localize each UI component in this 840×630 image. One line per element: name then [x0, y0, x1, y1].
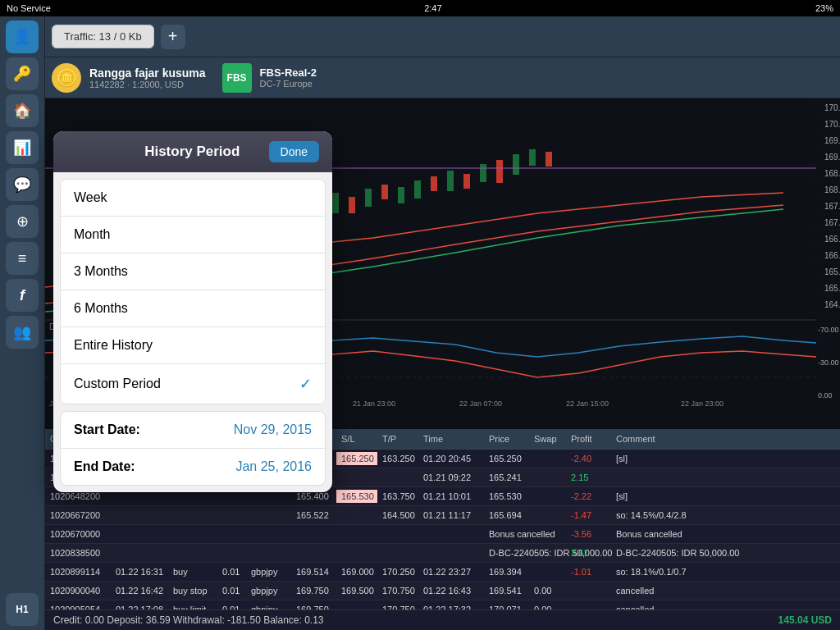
td-sl: 165.250: [336, 452, 377, 465]
traffic-button[interactable]: Traffic: 13 / 0 Kb: [52, 25, 154, 48]
td-vol: [217, 546, 246, 559]
td-price: [291, 546, 336, 559]
td-profit: -2.40: [566, 452, 611, 465]
td-closetime: [418, 546, 484, 559]
period-item-week[interactable]: Week: [61, 180, 325, 217]
broker-info: FBS-Real-2 DC-7 Europe: [260, 66, 317, 89]
td-vol: 0.01: [217, 565, 246, 578]
add-button[interactable]: +: [161, 25, 185, 49]
sidebar-icon-chart[interactable]: 📊: [6, 131, 39, 164]
svg-text:168.000: 168.000: [824, 185, 840, 194]
start-date-label: Start Date:: [74, 422, 140, 437]
td-closeprice: 170.071: [484, 603, 529, 609]
td-comment: cancelled: [611, 584, 840, 597]
td-price: 169.750: [291, 603, 336, 609]
td-order: 1020905054: [45, 603, 111, 609]
td-time2: [111, 546, 168, 559]
done-button[interactable]: Done: [269, 141, 319, 162]
balance-text: Credit: 0.00 Deposit: 36.59 Withdrawal: …: [53, 614, 324, 626]
sidebar-icon-fx[interactable]: f: [6, 279, 39, 312]
end-date-row[interactable]: End Date: Jan 25, 2016: [61, 449, 325, 485]
td-swap: 0.00: [529, 603, 566, 609]
sidebar-icon-plus-circle[interactable]: ⊕: [6, 205, 39, 238]
sidebar-icon-home[interactable]: 🏠: [6, 94, 39, 127]
sidebar-icon-people[interactable]: 👥: [6, 316, 39, 349]
account-info: Rangga fajar kusuma 1142282 · 1:2000, US…: [89, 66, 206, 89]
td-swap: [529, 452, 566, 465]
td-profit: -2.22: [566, 490, 611, 503]
td-vol: 0.01: [217, 603, 246, 609]
td-closetime: 01.22 16:43: [418, 584, 484, 597]
svg-text:22 Jan 23:00: 22 Jan 23:00: [681, 399, 724, 408]
period-item-6months[interactable]: 6 Months: [61, 290, 325, 327]
td-comment: [sl]: [611, 452, 840, 465]
td-closeprice: 169.541: [484, 584, 529, 597]
td-tp: 170.250: [377, 565, 418, 578]
td-order: 1020838500: [45, 546, 111, 559]
td-type: buy stop: [168, 584, 217, 597]
col-swap: Swap: [529, 432, 566, 445]
td-vol: [217, 527, 246, 541]
svg-text:170.000: 170.000: [824, 120, 840, 129]
sidebar-icon-key[interactable]: 🔑: [6, 57, 39, 90]
period-item-custom[interactable]: Custom Period ✓: [61, 364, 325, 404]
period-item-entire[interactable]: Entire History: [61, 327, 325, 364]
td-sl: 165.530: [336, 490, 377, 503]
td-closetime: 01.21 11:17: [418, 509, 484, 522]
account-detail: 1142282 · 1:2000, USD: [89, 80, 206, 89]
start-date-row[interactable]: Start Date: Nov 29, 2015: [61, 412, 325, 449]
svg-text:169.000: 169.000: [824, 153, 840, 162]
sidebar-icon-h1[interactable]: H1: [6, 593, 39, 626]
td-closetime: 01.20 20:45: [418, 452, 484, 465]
table-row: 1020670000 Bonus cancelled -3.56 Bonus c…: [45, 525, 840, 544]
period-label-3months: 3 Months: [74, 264, 128, 279]
col-comment: Comment: [611, 432, 840, 445]
period-item-3months[interactable]: 3 Months: [61, 253, 325, 290]
table-row: 1020905054 01.22 17:08 buy limit 0.01 gb…: [45, 600, 840, 609]
checkmark-icon: ✓: [299, 375, 312, 393]
period-label-6months: 6 Months: [74, 301, 128, 316]
svg-text:-70.00: -70.00: [818, 326, 839, 334]
td-type: [168, 546, 217, 559]
td-tp: 163.750: [377, 490, 418, 503]
svg-text:0.00: 0.00: [818, 391, 833, 399]
account-name: Rangga fajar kusuma: [89, 66, 206, 80]
td-closetime: 01.22 23:27: [418, 565, 484, 578]
period-label-custom: Custom Period: [74, 377, 161, 391]
end-date-label: End Date:: [74, 459, 135, 474]
broker-dc: DC-7 Europe: [260, 79, 317, 89]
td-tp: [377, 471, 418, 484]
svg-text:164.500: 164.500: [824, 300, 840, 309]
svg-rect-29: [447, 171, 454, 191]
td-sym: [246, 546, 291, 559]
history-period-dialog[interactable]: History Period Done Week Month 3 Months …: [53, 131, 332, 492]
sidebar-icon-person[interactable]: 👤: [6, 21, 39, 53]
sidebar: 👤 🔑 🏠 📊 💬 ⊕ ≡ f 👥 H1: [0, 16, 45, 630]
td-swap: [529, 471, 566, 484]
svg-text:22 Jan 07:00: 22 Jan 07:00: [459, 399, 502, 408]
td-time2: [111, 509, 168, 522]
td-swap: [529, 565, 566, 578]
svg-rect-34: [529, 149, 536, 166]
period-item-month[interactable]: Month: [61, 217, 325, 253]
svg-rect-30: [463, 174, 470, 189]
td-tp: [377, 546, 418, 559]
svg-text:167.000: 167.000: [824, 218, 840, 227]
broker-logo: FBS: [222, 63, 252, 93]
td-tp: 170.750: [377, 603, 418, 609]
svg-rect-33: [513, 154, 519, 175]
sidebar-icon-bars[interactable]: ≡: [6, 242, 39, 275]
svg-text:165.000: 165.000: [824, 284, 840, 293]
td-sym: gbpjpy: [246, 584, 291, 597]
td-profit: -3.56: [566, 527, 611, 541]
td-time2: [111, 527, 168, 541]
td-vol: [217, 509, 246, 522]
td-vol: 0.01: [217, 584, 246, 597]
svg-text:168.500: 168.500: [824, 169, 840, 178]
start-date-value: Nov 29, 2015: [234, 422, 312, 437]
svg-rect-35: [546, 152, 552, 167]
td-time2: 01.22 17:08: [111, 603, 168, 609]
svg-text:22 Jan 15:00: 22 Jan 15:00: [566, 399, 609, 408]
td-closetime: 01.22 17:32: [418, 603, 484, 609]
sidebar-icon-message[interactable]: 💬: [6, 168, 39, 201]
